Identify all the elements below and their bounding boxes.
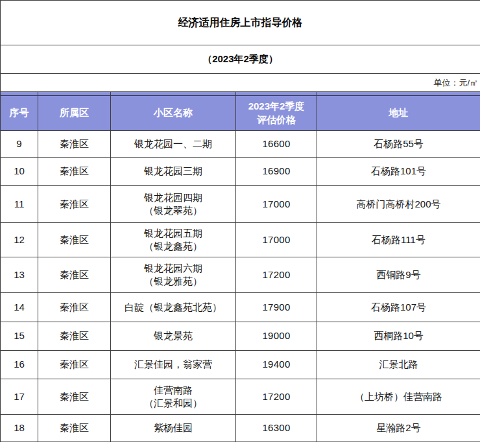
district-cell: 秦淮区 [38, 293, 111, 322]
district-cell: 秦淮区 [38, 158, 111, 186]
district-cell: 秦淮区 [38, 379, 111, 415]
page-subtitle: （2023年2季度） [1, 45, 480, 74]
district-cell: 秦淮区 [38, 322, 111, 351]
district-cell: 秦淮区 [38, 186, 111, 223]
district-cell: 秦淮区 [38, 257, 111, 293]
community-name-line1: 银龙花园四期 [144, 192, 202, 203]
community-cell: 汇景佳园，翁家营 [111, 351, 236, 379]
index-cell: 11 [1, 186, 38, 223]
table-row: 13 秦淮区 银龙花园六期 （银龙雅苑） 17200 西铜路9号 [1, 257, 480, 293]
community-cell: 紫杨佳园 [111, 415, 236, 442]
index-cell: 15 [1, 322, 38, 351]
community-name-line2: （银龙雅苑） [112, 275, 234, 288]
index-cell: 17 [1, 379, 38, 415]
index-cell: 9 [1, 131, 38, 158]
header-district: 所属区 [38, 96, 111, 131]
address-cell: 汇景北路 [317, 351, 480, 379]
unit-note: 单位：元/㎡ [1, 74, 480, 92]
price-table: 经济适用住房上市指导价格 （2023年2季度） 单位：元/㎡ 序号 所属区 小区… [0, 0, 480, 442]
index-cell: 12 [1, 223, 38, 257]
title-row: 经济适用住房上市指导价格 [1, 1, 480, 45]
index-cell: 13 [1, 257, 38, 293]
address-cell: 石杨路55号 [317, 131, 480, 158]
header-address: 地址 [317, 96, 480, 131]
page-title: 经济适用住房上市指导价格 [1, 1, 480, 45]
community-name-line1: 银龙花园五期 [144, 228, 202, 239]
price-cell: 17900 [236, 293, 317, 322]
price-cell: 17000 [236, 223, 317, 257]
index-cell: 18 [1, 415, 38, 442]
index-cell: 10 [1, 158, 38, 186]
price-cell: 17200 [236, 257, 317, 293]
community-cell: 白靛（银龙鑫苑北苑） [111, 293, 236, 322]
address-cell: 西桐路10号 [317, 322, 480, 351]
table-row: 9 秦淮区 银龙花园一、二期 16600 石杨路55号 [1, 131, 480, 158]
community-name-line2: （银龙鑫苑） [112, 240, 234, 253]
index-cell: 16 [1, 351, 38, 379]
header-community: 小区名称 [111, 96, 236, 131]
price-cell: 19000 [236, 322, 317, 351]
district-cell: 秦淮区 [38, 351, 111, 379]
address-cell: 石杨路111号 [317, 223, 480, 257]
community-cell: 银龙花园三期 [111, 158, 236, 186]
community-name-line1: 佳营南路 [154, 384, 193, 395]
price-cell: 17200 [236, 379, 317, 415]
table-row: 14 秦淮区 白靛（银龙鑫苑北苑） 17900 石杨路107号 [1, 293, 480, 322]
community-name-line2: （汇景和园） [112, 397, 234, 410]
community-cell: 银龙花园四期 （银龙翠苑） [111, 186, 236, 223]
unit-row: 单位：元/㎡ [1, 74, 480, 92]
address-cell: 西铜路9号 [317, 257, 480, 293]
community-cell: 银龙花园六期 （银龙雅苑） [111, 257, 236, 293]
price-cell: 16600 [236, 131, 317, 158]
community-name-line1: 银龙花园六期 [144, 263, 202, 274]
community-name-line2: （银龙翠苑） [112, 204, 234, 217]
spreadsheet-screenshot: 经济适用住房上市指导价格 （2023年2季度） 单位：元/㎡ 序号 所属区 小区… [0, 0, 480, 448]
address-cell: 石杨路101号 [317, 158, 480, 186]
table-row: 11 秦淮区 银龙花园四期 （银龙翠苑） 17000 高桥门高桥村200号 [1, 186, 480, 223]
price-cell: 17000 [236, 186, 317, 223]
price-cell: 16900 [236, 158, 317, 186]
table-row: 12 秦淮区 银龙花园五期 （银龙鑫苑） 17000 石杨路111号 [1, 223, 480, 257]
address-cell: 石杨路107号 [317, 293, 480, 322]
district-cell: 秦淮区 [38, 415, 111, 442]
address-cell: （上坊桥）佳营南路 [317, 379, 480, 415]
community-cell: 银龙花园一、二期 [111, 131, 236, 158]
subtitle-row: （2023年2季度） [1, 45, 480, 74]
district-cell: 秦淮区 [38, 131, 111, 158]
header-price-line1: 2023年2季度 [237, 100, 315, 113]
table-row: 10 秦淮区 银龙花园三期 16900 石杨路101号 [1, 158, 480, 186]
address-cell: 星瀚路2号 [317, 415, 480, 442]
community-cell: 银龙景苑 [111, 322, 236, 351]
header-index: 序号 [1, 96, 38, 131]
header-price: 2023年2季度 评估价格 [236, 96, 317, 131]
price-cell: 19400 [236, 351, 317, 379]
table-row: 16 秦淮区 汇景佳园，翁家营 19400 汇景北路 [1, 351, 480, 379]
table-row: 18 秦淮区 紫杨佳园 16300 星瀚路2号 [1, 415, 480, 442]
table-row: 15 秦淮区 银龙景苑 19000 西桐路10号 [1, 322, 480, 351]
price-cell: 16300 [236, 415, 317, 442]
address-cell: 高桥门高桥村200号 [317, 186, 480, 223]
index-cell: 14 [1, 293, 38, 322]
table-row: 17 秦淮区 佳营南路 （汇景和园） 17200 （上坊桥）佳营南路 [1, 379, 480, 415]
community-cell: 银龙花园五期 （银龙鑫苑） [111, 223, 236, 257]
header-price-line2: 评估价格 [237, 113, 315, 126]
community-cell: 佳营南路 （汇景和园） [111, 379, 236, 415]
district-cell: 秦淮区 [38, 223, 111, 257]
table-header-row: 序号 所属区 小区名称 2023年2季度 评估价格 地址 [1, 96, 480, 131]
